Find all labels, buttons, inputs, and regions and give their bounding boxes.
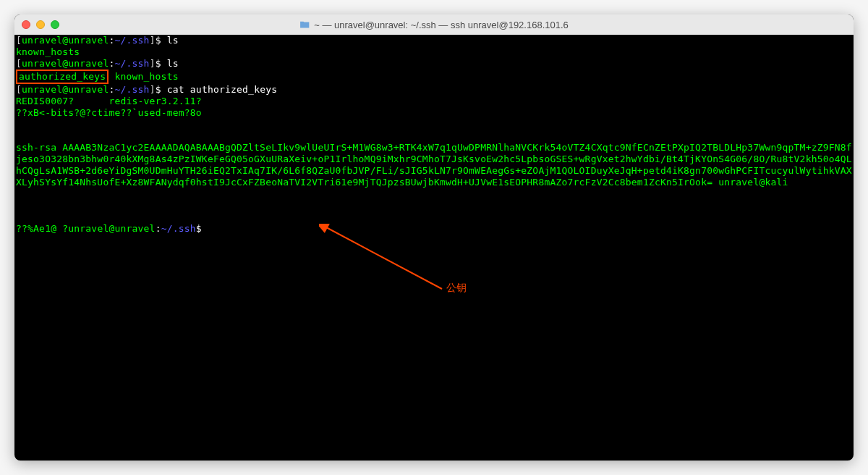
prompt-line-2: [unravel@unravel:~/.ssh]$ ls (16, 58, 852, 70)
terminal-window: ~ — unravel@unravel: ~/.ssh — ssh unrave… (14, 14, 854, 461)
blank-3 (16, 188, 852, 200)
prompt-line-3: [unravel@unravel:~/.ssh]$ cat authorized… (16, 84, 852, 96)
highlighted-filename: authorized_keys (16, 70, 109, 84)
blank-2 (16, 130, 852, 142)
window-title: ~ — unravel@unravel: ~/.ssh — ssh unrave… (299, 20, 569, 30)
annotation-label: 公钥 (446, 282, 467, 293)
minimize-button[interactable] (36, 20, 45, 29)
annotation-arrow (319, 224, 449, 296)
output-line-1: known_hosts (16, 46, 852, 58)
maximize-button[interactable] (51, 20, 59, 29)
cat-output-line-1: REDIS0007? redis-ver3.2.11? (16, 96, 852, 107)
folder-icon (299, 20, 310, 30)
prompt-final: ??%Ae1@ ?unravel@unravel:~/.ssh$ (16, 223, 852, 235)
cat-output-line-2: ??xB<-bits?@?ctime??`used-mem?8o (16, 107, 852, 119)
output-line-2: authorized_keysknown_hosts (16, 70, 852, 84)
svg-line-1 (326, 227, 442, 289)
ssh-key-output: ssh-rsa AAAAB3NzaC1yc2EAAAADAQABAAABgQDZ… (16, 142, 852, 188)
blank-1 (16, 119, 852, 130)
blank-5 (16, 211, 852, 223)
traffic-lights (22, 20, 59, 29)
terminal-body[interactable]: [unravel@unravel:~/.ssh]$ ls known_hosts… (14, 35, 854, 461)
title-bar: ~ — unravel@unravel: ~/.ssh — ssh unrave… (14, 14, 854, 35)
close-button[interactable] (22, 20, 30, 29)
blank-4 (16, 200, 852, 211)
title-text: ~ — unravel@unravel: ~/.ssh — ssh unrave… (314, 20, 569, 30)
prompt-line-1: [unravel@unravel:~/.ssh]$ ls (16, 35, 852, 46)
